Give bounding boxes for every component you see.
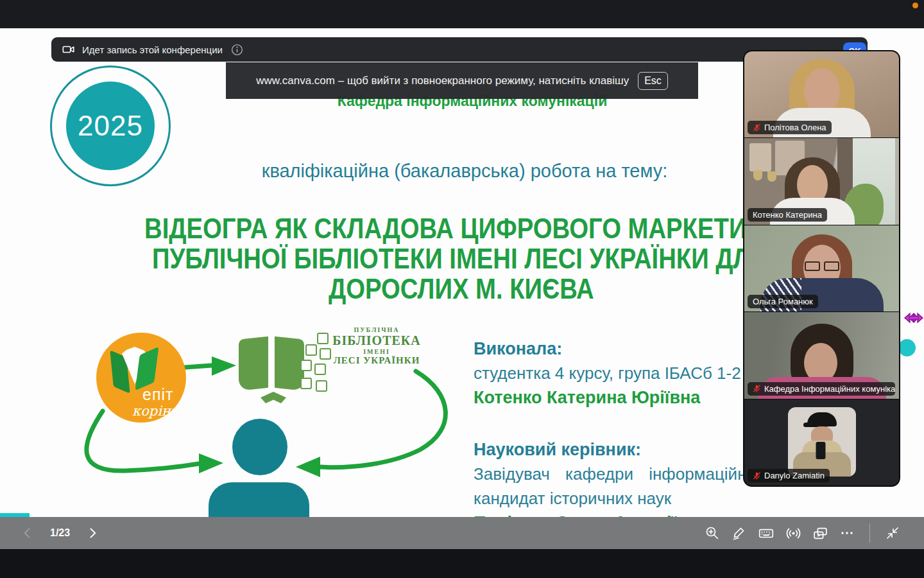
participants-panel: Політова Олена Котенко Катерина Ольга Ро…: [743, 50, 900, 487]
library-logo-line3: ІМЕНІ: [329, 348, 425, 355]
broadcast-button[interactable]: [785, 525, 801, 541]
epit-book-icon: [112, 351, 157, 390]
participant-name-label: Котенко Катерина: [748, 208, 827, 222]
top-black-bar: [0, 0, 924, 28]
presentation-toolbar: 1/23: [0, 517, 924, 549]
participant-avatar: [788, 407, 856, 477]
library-logo-line1: ПУБЛІЧНА: [329, 326, 425, 333]
muted-mic-icon: [753, 471, 761, 480]
canva-banner-text: www.canva.com – щоб вийти з повноекранно…: [256, 74, 629, 87]
participant-name-label: Ольга Романюк: [748, 295, 818, 308]
library-logo-line2: БІБЛІОТЕКА: [329, 333, 425, 347]
executor-heading: Виконала:: [474, 339, 775, 359]
epit-logo: епіт корінців: [96, 333, 186, 423]
horizontal-resize-cursor: [903, 310, 924, 326]
video-tile[interactable]: Ольга Романюк: [744, 225, 899, 311]
keyboard-button[interactable]: [758, 525, 774, 541]
info-icon[interactable]: [230, 43, 244, 57]
page-indicator: 1/23: [50, 527, 70, 539]
collapse-button[interactable]: [884, 525, 901, 541]
supervisor-line1: Завідувач кафедри інформаційн: [474, 464, 775, 484]
previous-slide-button[interactable]: [19, 525, 36, 541]
muted-mic-icon: [753, 123, 761, 132]
notification-dot: [912, 3, 918, 8]
video-tile[interactable]: Danylo Zamiatin: [744, 399, 899, 486]
canva-fullscreen-banner: www.canva.com – щоб вийти з повноекранно…: [226, 62, 698, 99]
epit-logo-text1: епіт: [142, 385, 173, 404]
participant-name-label: Кафедра Інформаційних комуніка...: [748, 382, 895, 396]
credits-block: Виконала: студентка 4 курсу, група ІБАСб…: [474, 339, 775, 517]
more-options-button[interactable]: [839, 525, 855, 541]
bottom-black-bar: [0, 549, 924, 578]
executor-name: Котенко Катерина Юріївна: [474, 388, 775, 408]
supervisor-heading: Науковий керівник:: [474, 440, 775, 460]
toolbar-divider: [869, 523, 870, 543]
library-logo-text: ПУБЛІЧНА БІБЛІОТЕКА ІМЕНІ ЛЕСІ УКРАЇНКИ: [329, 326, 425, 366]
esc-key-hint: Esc: [638, 72, 668, 90]
annotate-button[interactable]: [731, 525, 748, 541]
video-camera-icon: [62, 42, 76, 57]
recording-toast-text: Идет запись этой конференции: [82, 44, 223, 55]
executor-line: студентка 4 курсу, група ІБАСб 1-2: [474, 363, 775, 383]
zoom-in-button[interactable]: [704, 525, 721, 541]
participant-name-label: Політова Олена: [748, 121, 832, 134]
library-book-icon: [239, 333, 335, 410]
video-tile[interactable]: Котенко Катерина: [744, 138, 899, 224]
library-logo-line4: ЛЕСІ УКРАЇНКИ: [329, 355, 425, 366]
next-slide-button[interactable]: [84, 525, 101, 541]
participant-name-label: Danylo Zamiatin: [748, 469, 830, 482]
panel-drag-handle[interactable]: [898, 339, 916, 356]
slides-button[interactable]: [812, 525, 828, 541]
supervisor-line2: кандидат історичних наук: [474, 489, 775, 509]
video-tile[interactable]: Кафедра Інформаційних комуніка...: [744, 312, 899, 398]
muted-mic-icon: [753, 384, 761, 393]
video-tile[interactable]: Політова Олена: [744, 51, 899, 137]
